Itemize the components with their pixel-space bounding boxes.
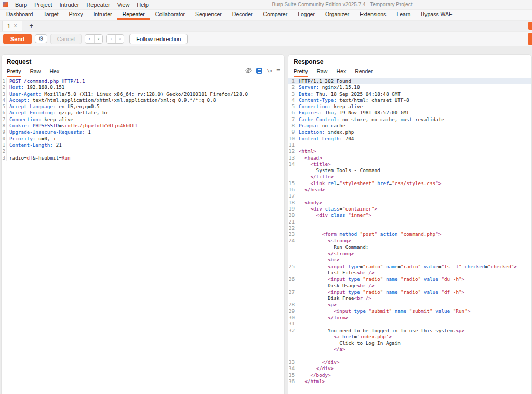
line-number <box>288 340 296 346</box>
collapsed-panel-indicator-top[interactable] <box>528 22 532 30</box>
tab-decoder[interactable]: Decoder <box>227 10 258 20</box>
code-line[interactable]: 3User-Agent: Mozilla/5.0 (X11; Linux x86… <box>2 91 284 97</box>
code-line[interactable]: 3radio=df&-hsubmit=Run <box>2 155 284 161</box>
tab-intruder[interactable]: Intruder <box>88 10 117 20</box>
settings-button[interactable]: ⚙ <box>35 34 47 43</box>
code-line: 14 <title> <box>288 161 531 167</box>
tab-organizer[interactable]: Organizer <box>320 10 354 20</box>
view-tab-raw[interactable]: Raw <box>316 68 327 77</box>
tab-bypass-waf[interactable]: Bypass WAF <box>416 10 457 20</box>
code-line[interactable]: 2 <box>2 148 284 154</box>
code-line[interactable]: 8Cookie: PHPSESSID=scolhs7jbpvfotb50ljn4… <box>2 123 284 129</box>
tab-extensions[interactable]: Extensions <box>354 10 391 20</box>
line-number: 1 <box>2 142 7 148</box>
code-line: 17 <box>288 193 531 199</box>
code-line: <br> <box>288 257 531 263</box>
tab-dashboard[interactable]: Dashboard <box>1 10 38 20</box>
response-view-tabs: PrettyRawHexRender <box>288 67 531 77</box>
line-number: 21 <box>288 219 296 225</box>
back-dropdown-icon[interactable]: ∨ <box>94 35 102 43</box>
line-number <box>288 174 296 180</box>
main-tab-bar: DashboardTargetProxyIntruderRepeaterColl… <box>0 10 532 20</box>
code-line: 7Cache-Control: no-store, no-cache, must… <box>288 116 531 123</box>
collapsed-panel-indicator-bottom[interactable] <box>528 33 532 45</box>
code-line: 23 <form method="post" action="command.p… <box>288 231 531 238</box>
tab-learn[interactable]: Learn <box>391 10 416 20</box>
code-line[interactable]: 1Content-Length: 21 <box>2 142 284 148</box>
line-number: 16 <box>288 187 296 193</box>
code-line: 31 <box>288 321 531 327</box>
line-number: 12 <box>288 148 296 154</box>
line-number: 25 <box>288 264 296 270</box>
code-line[interactable]: 0Priority: u=0, i <box>2 136 284 142</box>
request-editor[interactable]: 1POST /command.php HTTP/1.12Host: 192.16… <box>2 78 284 394</box>
code-line: 13 <head> <box>288 155 531 161</box>
line-number: 32 <box>288 327 296 334</box>
line-number: 2 <box>2 148 7 154</box>
code-line: 25 <input type="radio" name="radio" valu… <box>288 264 531 270</box>
wrap-bars-icon <box>258 69 261 73</box>
editor-menu-icon[interactable]: ≡ <box>276 68 280 74</box>
code-line: 4Content-Type: text/html; charset=UTF-8 <box>288 97 531 103</box>
code-line[interactable]: 1POST /command.php HTTP/1.1 <box>2 78 284 84</box>
menu-project[interactable]: Project <box>31 2 56 8</box>
response-viewer: 1HTTP/1.1 302 Found2Server: nginx/1.15.1… <box>288 78 531 394</box>
history-forward-button[interactable]: › ∨ <box>106 34 124 44</box>
tab-logger[interactable]: Logger <box>292 10 320 20</box>
session-tab-label: 1 <box>7 23 10 29</box>
tab-collaborator[interactable]: Collaborator <box>150 10 190 20</box>
tab-target[interactable]: Target <box>38 10 63 20</box>
view-tab-render[interactable]: Render <box>355 68 373 77</box>
code-line: 1HTTP/1.1 302 Found <box>288 78 531 84</box>
code-line[interactable]: 6Accept-Encoding: gzip, deflate, br <box>2 110 284 116</box>
tab-comparer[interactable]: Comparer <box>258 10 293 20</box>
tab-sequencer[interactable]: Sequencer <box>190 10 227 20</box>
line-number: 5 <box>288 103 296 110</box>
menu-burp[interactable]: Burp <box>11 2 31 8</box>
menu-items: BurpProjectIntruderRepeaterViewHelp <box>11 2 152 8</box>
line-number <box>288 251 296 257</box>
tab-proxy[interactable]: Proxy <box>64 10 88 20</box>
close-tab-icon[interactable]: × <box>14 23 17 29</box>
code-line[interactable]: 5Accept-Language: en-US,en;q=0.5 <box>2 103 284 110</box>
code-line[interactable]: 7Connection: keep-alive <box>2 116 284 123</box>
menu-view[interactable]: View <box>114 2 134 8</box>
menu-help[interactable]: Help <box>133 2 152 8</box>
line-number: 4 <box>288 97 296 103</box>
code-line: Disk Usage<br /> <box>288 283 531 289</box>
code-line[interactable]: 2Host: 192.168.0.151 <box>2 84 284 90</box>
view-tab-raw[interactable]: Raw <box>30 68 41 77</box>
history-back-button[interactable]: ‹ ∨ <box>85 34 103 44</box>
add-tab-button[interactable]: + <box>27 22 36 30</box>
back-arrow-icon: ‹ <box>85 35 94 43</box>
cancel-button[interactable]: Cancel <box>50 34 82 44</box>
response-panel-title: Response <box>288 55 531 67</box>
code-line[interactable]: 9Upgrade-Insecure-Requests: 1 <box>2 129 284 135</box>
view-tab-hex[interactable]: Hex <box>49 68 59 77</box>
menu-intruder[interactable]: Intruder <box>56 2 83 8</box>
soft-wrap-toggle-icon[interactable] <box>256 68 262 74</box>
code-line: 22 <box>288 225 531 231</box>
line-number: 31 <box>288 321 296 327</box>
line-number: 3 <box>2 155 7 161</box>
view-tab-hex[interactable]: Hex <box>336 68 346 77</box>
tab-repeater[interactable]: Repeater <box>117 10 150 20</box>
repeater-session-tab[interactable]: 1 × <box>2 21 22 31</box>
show-newlines-icon[interactable]: \n <box>267 68 272 73</box>
view-tab-pretty[interactable]: Pretty <box>294 68 308 77</box>
editor-area: Request PrettyRawHex \n ≡ 1POST /command… <box>0 47 532 394</box>
code-line: 32 You need to be logged in to use this … <box>288 327 531 334</box>
menu-repeater[interactable]: Repeater <box>83 2 113 8</box>
code-line: 3Date: Thu, 18 Sep 2025 04:18:48 GMT <box>288 91 531 97</box>
code-line: Run Command: <box>288 244 531 251</box>
view-tab-pretty[interactable]: Pretty <box>7 68 21 77</box>
line-number: 20 <box>288 212 296 218</box>
hide-nonprinting-icon[interactable] <box>245 66 252 75</box>
response-panel: Response PrettyRawHexRender 1HTTP/1.1 30… <box>288 54 532 394</box>
forward-dropdown-icon[interactable]: ∨ <box>115 35 124 43</box>
follow-redirection-button[interactable]: Follow redirection <box>129 34 188 44</box>
code-line[interactable]: 4Accept: text/html,application/xhtml+xml… <box>2 97 284 103</box>
line-number: 19 <box>288 206 296 212</box>
line-number: 8 <box>2 123 7 129</box>
send-button[interactable]: Send <box>3 34 32 44</box>
